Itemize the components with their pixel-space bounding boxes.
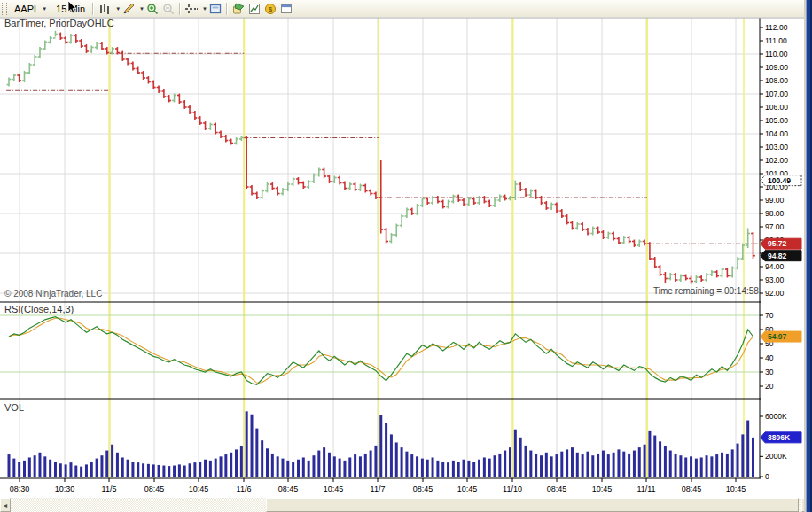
chevron-down-icon: ▼ — [42, 6, 47, 12]
price-tick-label: 94.00 — [765, 262, 785, 271]
toolbar-grip[interactable] — [2, 3, 7, 15]
toolbar-separator — [179, 3, 181, 15]
x-tick-label: 10:45 — [457, 485, 478, 493]
properties-button[interactable] — [278, 2, 294, 16]
scroll-left-button[interactable]: ◄ — [0, 498, 11, 512]
rsi-panel-label: RSI(Close,14,3) — [4, 304, 74, 314]
last-price-marker-text: 94.82 — [768, 252, 787, 260]
x-tick-label: 11/5 — [102, 485, 117, 493]
crosshair-icon — [184, 3, 199, 15]
vol-tick-label: 6000K — [765, 412, 787, 421]
price-tick-label: 98.00 — [765, 209, 785, 218]
mouse-cursor-icon — [67, 1, 78, 15]
rsi-tick-label: 30 — [765, 368, 774, 376]
symbol-label: AAPL — [14, 4, 39, 14]
x-tick-label: 08:45 — [278, 485, 299, 493]
toolbar-separator — [226, 3, 228, 15]
symbol-selector[interactable]: AAPL ▼ — [10, 1, 51, 17]
chart-toolbar: AAPL ▼ 15 Min ▼▼▼$ — [0, 0, 805, 18]
price-tick-label: 111.00 — [765, 36, 787, 45]
horizontal-scrollbar[interactable]: ◄ ► — [0, 498, 812, 512]
price-tick-label: 109.00 — [765, 63, 788, 72]
drawing-tools-button[interactable] — [121, 2, 137, 16]
drawing-tools-icon — [122, 3, 135, 15]
prior-high-marker-text: 100.49 — [768, 176, 791, 185]
x-tick-label: 10:45 — [189, 485, 209, 493]
x-tick-label: 08:45 — [413, 485, 433, 493]
x-tick-label: 08:30 — [10, 485, 30, 493]
chart-style-button[interactable] — [97, 2, 113, 16]
indicators-button[interactable] — [246, 2, 262, 16]
zoom-in-button[interactable] — [144, 2, 160, 16]
zoom-in-icon — [146, 3, 159, 15]
x-tick-label: 10:30 — [55, 485, 75, 493]
price-tick-label: 108.00 — [765, 76, 788, 85]
price-panel-label: BarTimer, PriorDayOHLC — [4, 18, 114, 28]
scrollbar-thumb[interactable] — [266, 498, 799, 512]
chart-background — [0, 17, 805, 498]
x-tick-label: 08:45 — [547, 485, 567, 493]
indicators-icon — [248, 3, 261, 15]
price-tick-label: 104.00 — [765, 129, 788, 138]
price-tick-label: 103.00 — [765, 143, 788, 151]
chart-trader-icon — [232, 3, 245, 15]
price-tick-label: 107.00 — [765, 89, 788, 98]
price-tick-label: 97.00 — [765, 222, 785, 231]
price-tick-label: 93.00 — [765, 275, 785, 284]
prior-close-marker-text: 95.72 — [768, 239, 787, 248]
zoom-out-icon — [162, 3, 175, 15]
crosshair-button[interactable] — [183, 2, 199, 16]
price-tick-label: 102.00 — [765, 156, 788, 165]
zoom-out-button[interactable] — [160, 2, 176, 16]
rsi-tick-label: 40 — [765, 353, 774, 362]
x-tick-label: 10:45 — [726, 485, 746, 493]
x-tick-label: 10:45 — [324, 485, 344, 493]
bar-timer-text: Time remaining = 00:14:58 — [653, 286, 759, 296]
x-tick-label: 08:45 — [682, 485, 702, 493]
x-tick-label: 10:45 — [592, 485, 613, 493]
svg-text:$: $ — [269, 5, 273, 13]
dollar-button[interactable]: $ — [262, 2, 278, 16]
window-right-border — [804, 0, 812, 512]
chart-canvas[interactable]: 112.00111.00110.00109.00108.00107.00106.… — [0, 17, 805, 498]
x-tick-label: 11/11 — [636, 485, 655, 493]
rsi-tick-label: 20 — [765, 382, 774, 391]
vol-panel-label: VOL — [4, 402, 24, 413]
toolbar-separator — [92, 3, 94, 15]
vol-tick-label: 2000K — [765, 452, 787, 461]
copyright-text: © 2008 NinjaTrader, LLC — [4, 289, 102, 299]
chart-trader-button[interactable] — [230, 2, 246, 16]
x-tick-label: 11/6 — [237, 485, 252, 493]
x-tick-label: 11/10 — [503, 485, 522, 493]
data-box-icon — [209, 3, 222, 15]
price-tick-label: 106.00 — [765, 103, 788, 112]
vol-tick-label: 0 — [765, 472, 769, 481]
x-tick-label: 11/7 — [371, 485, 386, 493]
data-box-button[interactable] — [207, 2, 223, 16]
vol-value-marker-text: 3896K — [768, 433, 791, 442]
chart-window: AAPL ▼ 15 Min ▼▼▼$ 112.00111.00110.00109… — [0, 0, 812, 512]
chart-style-icon — [98, 3, 111, 15]
dollar-icon: $ — [264, 3, 277, 15]
properties-icon — [280, 3, 293, 15]
rsi-tick-label: 70 — [765, 311, 774, 320]
price-tick-label: 105.00 — [765, 116, 788, 125]
price-tick-label: 110.00 — [765, 50, 788, 58]
price-tick-label: 99.00 — [765, 196, 785, 205]
rsi-value-marker-text: 54.97 — [768, 332, 787, 341]
x-tick-label: 08:45 — [144, 485, 165, 493]
price-tick-label: 112.00 — [765, 23, 788, 32]
price-tick-label: 92.00 — [765, 289, 785, 298]
